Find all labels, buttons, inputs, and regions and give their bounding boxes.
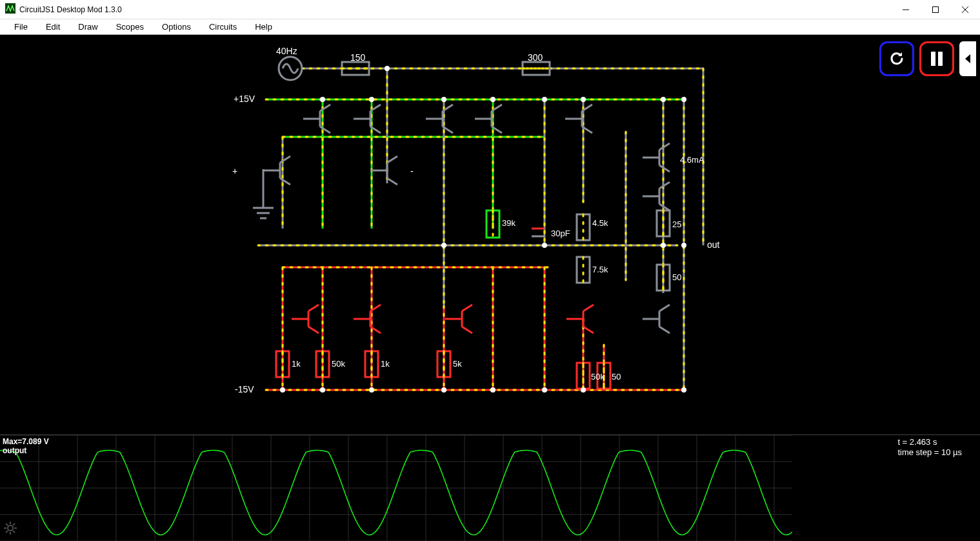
resistor-7-5k[interactable] [577, 257, 590, 283]
svg-point-113 [542, 387, 547, 393]
maximize-icon [932, 6, 939, 13]
menu-scopes[interactable]: Scopes [107, 21, 153, 33]
label-1k-a: 1k [292, 359, 301, 369]
close-icon [962, 6, 968, 13]
label-5k: 5k [453, 359, 462, 369]
window-close-button[interactable] [950, 0, 980, 19]
scope-readout: Max=7.089 V output [3, 437, 49, 455]
svg-point-108 [280, 387, 285, 393]
window-title: CircuitJS1 Desktop Mod 1.3.0 [19, 5, 122, 14]
svg-point-109 [320, 387, 325, 393]
svg-line-148 [13, 524, 15, 526]
svg-point-103 [681, 97, 686, 102]
scope-max: Max=7.089 V [3, 437, 49, 446]
svg-point-104 [441, 243, 446, 248]
capacitor-30pf[interactable] [532, 229, 545, 236]
svg-point-106 [661, 243, 666, 248]
label-50k-b: 50k [591, 372, 605, 382]
label-neg15: -15V [235, 384, 254, 394]
svg-line-149 [6, 531, 8, 533]
svg-point-112 [490, 387, 495, 393]
svg-point-96 [369, 97, 374, 102]
label-plus15: +15V [234, 94, 255, 104]
svg-point-101 [581, 97, 586, 102]
svg-point-107 [681, 243, 686, 248]
menu-edit[interactable]: Edit [37, 21, 69, 33]
ac-source[interactable] [279, 57, 302, 80]
workspace: .wire-gray { stroke:#8a8f98; stroke-widt… [0, 35, 980, 541]
svg-point-98 [441, 97, 446, 102]
label-30pf: 30pF [551, 229, 570, 238]
sim-status: t = 2.463 s time step = 10 µs [897, 437, 962, 458]
label-4-5k: 4.5k [592, 218, 608, 228]
menu-options[interactable]: Options [153, 21, 200, 33]
gear-icon [4, 522, 17, 535]
label-39k: 39k [502, 218, 515, 228]
oscilloscope[interactable]: Max=7.089 V output t = 2.463 s time step… [0, 434, 980, 541]
menu-help[interactable]: Help [246, 21, 281, 33]
status-time: t = 2.463 s [897, 437, 962, 447]
label-40hz: 40Hz [276, 46, 297, 56]
svg-point-99 [490, 97, 495, 102]
svg-rect-75 [577, 214, 590, 240]
label-current: 4.6mA [680, 155, 705, 165]
scope-chan: output [3, 446, 49, 455]
svg-point-105 [542, 243, 547, 248]
menu-draw[interactable]: Draw [69, 21, 106, 33]
svg-point-97 [385, 66, 390, 71]
scope-settings-button[interactable] [4, 522, 17, 537]
ground[interactable] [253, 183, 274, 218]
label-inminus: - [410, 166, 414, 176]
window-minimize-button[interactable] [891, 0, 921, 19]
circuit-canvas[interactable]: .wire-gray { stroke:#8a8f98; stroke-widt… [0, 35, 980, 434]
label-7-5k: 7.5k [592, 265, 608, 274]
label-50-b: 50 [612, 372, 621, 382]
window-titlebar: CircuitJS1 Desktop Mod 1.3.0 [0, 0, 980, 19]
svg-point-110 [369, 387, 374, 393]
svg-point-111 [441, 387, 446, 393]
svg-rect-77 [577, 257, 590, 283]
label-inplus: + [232, 166, 237, 176]
label-r150: 150 [350, 52, 366, 63]
resistor-4-5k[interactable] [577, 214, 590, 240]
svg-point-114 [581, 387, 586, 393]
svg-point-100 [542, 97, 547, 102]
label-r300: 300 [528, 52, 543, 63]
label-out: out [707, 240, 720, 250]
svg-point-141 [8, 526, 13, 531]
svg-point-115 [681, 387, 686, 393]
svg-rect-2 [933, 6, 939, 12]
label-50a: 50 [672, 272, 681, 282]
label-1k-b: 1k [381, 359, 390, 369]
window-maximize-button[interactable] [921, 0, 950, 19]
svg-line-147 [13, 531, 15, 533]
menu-file[interactable]: File [5, 21, 37, 33]
menu-circuits[interactable]: Circuits [200, 21, 246, 33]
menubar: File Edit Draw Scopes Options Circuits H… [0, 19, 980, 35]
transistors[interactable] [263, 105, 670, 333]
svg-point-102 [661, 97, 666, 102]
app-icon [5, 3, 15, 16]
status-step: time step = 10 µs [897, 447, 962, 458]
label-25: 25 [672, 219, 681, 229]
scope-trace [0, 451, 792, 535]
minimize-icon [903, 6, 909, 13]
label-50k-a: 50k [332, 359, 345, 369]
svg-line-146 [6, 524, 8, 526]
svg-point-95 [320, 97, 325, 102]
